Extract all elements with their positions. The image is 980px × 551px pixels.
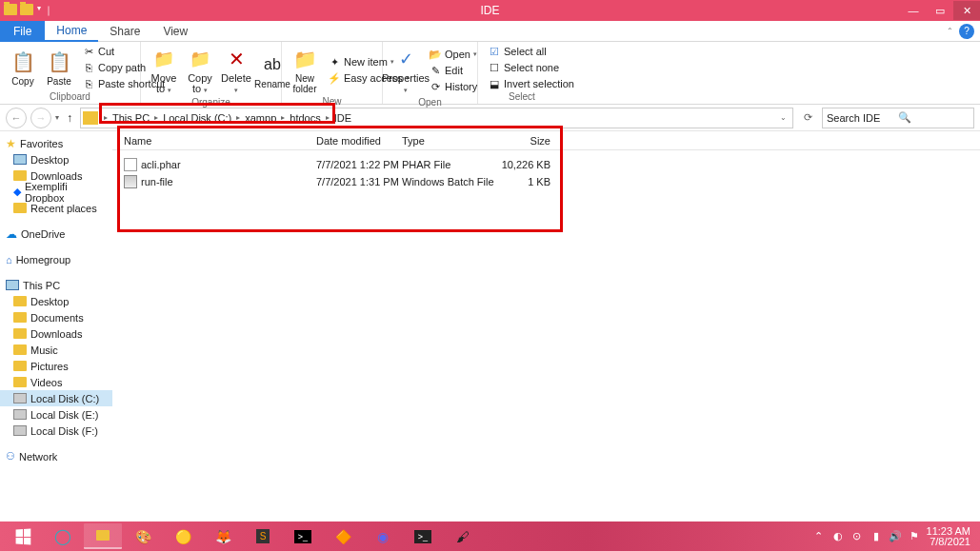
tray-icon[interactable]: ◐ <box>831 530 845 543</box>
column-name[interactable]: Name <box>124 135 316 147</box>
breadcrumb[interactable]: xampp <box>242 112 279 124</box>
breadcrumb[interactable]: IDE <box>331 112 354 124</box>
column-type[interactable]: Type <box>402 135 497 147</box>
tray-volume-icon[interactable]: 🔊 <box>889 530 902 543</box>
sidebar-item-documents[interactable]: Documents <box>0 309 112 325</box>
folder-icon <box>13 377 27 387</box>
task-xampp[interactable]: 🔶 <box>324 523 362 549</box>
task-firefox[interactable]: 🦊 <box>204 523 242 549</box>
tray-network-icon[interactable]: ▮ <box>870 530 883 543</box>
task-terminal[interactable]: >_ <box>404 523 442 549</box>
tray-up-icon[interactable]: ⌃ <box>812 530 826 543</box>
sidebar-item-music[interactable]: Music <box>0 342 112 358</box>
file-row[interactable]: run-file 7/7/2021 1:31 PM Windows Batch … <box>112 173 980 190</box>
close-button[interactable]: ✕ <box>953 1 980 20</box>
edit-button[interactable]: ✎Edit <box>425 63 481 78</box>
breadcrumb[interactable]: This PC <box>110 112 152 124</box>
tray-icon[interactable]: ⊙ <box>850 530 864 543</box>
sidebar-item-drive-e[interactable]: Local Disk (E:) <box>0 406 112 423</box>
select-none-button[interactable]: ☐Select none <box>484 60 578 75</box>
chevron-right-icon[interactable]: ▸ <box>152 113 160 122</box>
tab-home[interactable]: Home <box>45 21 98 42</box>
invert-icon: ⬓ <box>488 77 501 90</box>
address-bar[interactable]: ▸ This PC ▸ Local Disk (C:) ▸ xampp ▸ ht… <box>80 108 793 128</box>
sidebar-onedrive[interactable]: ☁OneDrive <box>0 226 112 242</box>
cloud-icon: ☁ <box>6 227 17 241</box>
column-size[interactable]: Size <box>497 135 550 147</box>
copy-button[interactable]: 📋 Copy <box>6 47 40 89</box>
pc-icon <box>6 280 19 290</box>
properties-button[interactable]: ✓ Properties ▾ <box>389 44 423 97</box>
search-input[interactable]: Search IDE 🔍 <box>822 108 974 128</box>
sidebar-item-pictures[interactable]: Pictures <box>0 358 112 374</box>
select-all-button[interactable]: ☑Select all <box>484 44 578 59</box>
open-button[interactable]: 📂Open ▾ <box>425 47 481 62</box>
task-paint[interactable]: 🎨 <box>124 523 162 549</box>
sidebar-item-recent[interactable]: Recent places <box>0 200 112 216</box>
sidebar-homegroup[interactable]: ⌂Homegroup <box>0 251 112 267</box>
chevron-right-icon[interactable]: ▸ <box>102 113 110 122</box>
new-folder-button[interactable]: 📁 New folder <box>288 44 322 96</box>
file-row[interactable]: acli.phar 7/7/2021 1:22 PM PHAR File 10,… <box>112 156 980 173</box>
minimize-button[interactable]: — <box>900 1 927 20</box>
edit-icon: ✎ <box>429 64 442 77</box>
sidebar-item-dropbox[interactable]: ◆Exemplifi Dropbox <box>0 184 112 200</box>
rename-icon: ab <box>264 56 281 73</box>
paste-icon: 📋 <box>48 50 71 73</box>
copy-to-button[interactable]: 📁 Copy to ▾ <box>183 44 217 97</box>
sidebar-favorites[interactable]: ★Favorites <box>0 135 112 151</box>
select-all-icon: ☑ <box>488 45 501 58</box>
up-button[interactable]: ↑ <box>63 111 76 125</box>
sidebar-item-desktop[interactable]: Desktop <box>0 151 112 167</box>
task-chrome[interactable]: 🟡 <box>164 523 202 549</box>
history-button[interactable]: ⟳History <box>425 79 481 94</box>
chevron-right-icon[interactable]: ▸ <box>279 113 287 122</box>
folder-icon <box>13 361 27 371</box>
folder-icon <box>4 4 17 15</box>
paste-button[interactable]: 📋 Paste <box>42 47 76 89</box>
sidebar-item-videos[interactable]: Videos <box>0 374 112 390</box>
task-paint2[interactable]: 🖌 <box>444 523 482 549</box>
properties-icon: ✓ <box>399 49 413 69</box>
tab-view[interactable]: View <box>151 21 199 42</box>
qat-dropdown-icon[interactable]: ▾ <box>37 4 41 17</box>
tab-share[interactable]: Share <box>98 21 151 42</box>
qat-overflow[interactable]: ｜ <box>44 4 53 17</box>
task-sublime[interactable]: S <box>244 523 282 549</box>
tray-clock[interactable]: 11:23 AM 7/8/2021 <box>927 526 970 547</box>
task-edge[interactable]: ◯ <box>44 523 82 549</box>
move-to-button[interactable]: 📁 Move to ▾ <box>147 44 181 97</box>
addr-dropdown[interactable]: ⌄ <box>780 113 790 122</box>
invert-selection-button[interactable]: ⬓Invert selection <box>484 76 578 91</box>
chevron-right-icon[interactable]: ▸ <box>324 113 331 122</box>
breadcrumb[interactable]: Local Disk (C:) <box>160 112 234 124</box>
dropbox-icon: ◆ <box>13 186 21 198</box>
help-button[interactable]: ? <box>959 24 974 39</box>
delete-button[interactable]: ✕ Delete ▾ <box>219 44 253 97</box>
maximize-button[interactable]: ▭ <box>927 1 953 20</box>
sidebar-this-pc[interactable]: This PC <box>0 277 112 293</box>
sidebar-item-downloads[interactable]: Downloads <box>0 325 112 342</box>
sidebar-item-drive-c[interactable]: Local Disk (C:) <box>0 390 112 406</box>
search-icon: 🔍 <box>898 111 970 124</box>
refresh-button[interactable]: ⟳ <box>797 108 818 128</box>
tab-file[interactable]: File <box>0 21 45 42</box>
ribbon-toggle-icon[interactable]: ⌃ <box>947 27 953 35</box>
copy-icon: 📋 <box>11 50 35 73</box>
open-icon: 📂 <box>429 48 442 61</box>
sidebar-item-desktop[interactable]: Desktop <box>0 293 112 309</box>
start-button[interactable] <box>4 523 42 549</box>
task-discord[interactable]: ◉ <box>364 523 402 549</box>
file-icon <box>124 158 137 171</box>
tray-flag-icon[interactable]: ⚑ <box>908 530 921 543</box>
back-button[interactable]: ← <box>6 108 27 128</box>
recent-dropdown[interactable]: ▾ <box>55 113 59 122</box>
task-cmd[interactable]: >_ <box>284 523 322 549</box>
column-date[interactable]: Date modified <box>316 135 402 147</box>
sidebar-item-drive-f[interactable]: Local Disk (F:) <box>0 423 112 439</box>
chevron-right-icon[interactable]: ▸ <box>234 113 242 122</box>
breadcrumb[interactable]: htdocs <box>287 112 323 124</box>
task-explorer[interactable] <box>84 523 122 549</box>
sidebar-network[interactable]: ⚇Network <box>0 448 112 464</box>
forward-button[interactable]: → <box>30 108 51 128</box>
